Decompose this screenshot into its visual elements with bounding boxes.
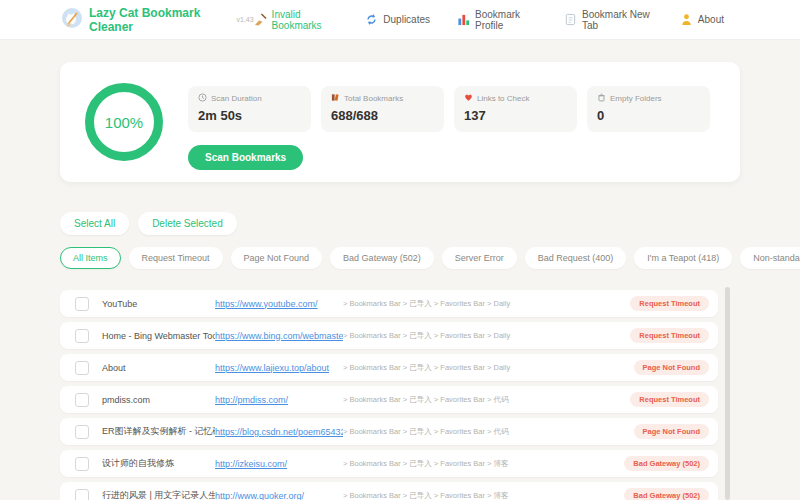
nav-duplicates[interactable]: Duplicates xyxy=(365,13,430,26)
stat-label: Empty Folders xyxy=(610,94,662,103)
stat-value: 2m 50s xyxy=(198,108,301,123)
status-badge: Request Timeout xyxy=(630,392,709,407)
bookmark-url-link[interactable]: http://www.quoker.org/ xyxy=(215,491,343,500)
nav-bookmark-new-tab[interactable]: Bookmark New Tab xyxy=(564,9,653,31)
stat-label: Total Bookmarks xyxy=(344,94,403,103)
row-checkbox[interactable] xyxy=(75,489,89,500)
filter-page-not-found[interactable]: Page Not Found xyxy=(231,247,323,269)
bookmark-path: > Bookmarks Bar > 已导入 > Favorites Bar > … xyxy=(343,491,616,500)
new-tab-icon xyxy=(564,13,577,26)
bookmark-title: 设计师的自我修炼 xyxy=(102,457,215,470)
filter-chips: All Items Request Timeout Page Not Found… xyxy=(60,247,800,269)
status-badge: Page Not Found xyxy=(634,360,710,375)
bookmark-url-link[interactable]: http://izkeisu.com/ xyxy=(215,459,343,469)
status-badge: Bad Gateway (502) xyxy=(624,456,709,471)
bookmark-title: Home - Bing Webmaster Tools xyxy=(102,331,215,341)
bookmark-url-link[interactable]: https://blog.csdn.net/poem654321... xyxy=(215,427,343,437)
nav-label: Invalid Bookmarks xyxy=(272,9,339,31)
trash-icon xyxy=(597,93,606,104)
brand: Lazy Cat Bookmark Cleaner v1.43 xyxy=(62,6,254,34)
bookmark-row: YouTube https://www.youtube.com/ > Bookm… xyxy=(60,290,718,317)
nav-label: About xyxy=(698,14,724,25)
app-title: Lazy Cat Bookmark Cleaner xyxy=(89,6,229,34)
status-badge: Request Timeout xyxy=(630,296,709,311)
bookmark-path: > Bookmarks Bar > 已导入 > Favorites Bar > … xyxy=(343,427,626,437)
bookmark-title: About xyxy=(102,363,215,373)
row-checkbox[interactable] xyxy=(75,361,89,375)
bookmark-title: pmdiss.com xyxy=(102,395,215,405)
bookmark-url-link[interactable]: https://www.lajiexu.top/about xyxy=(215,363,343,373)
bookmark-url-link[interactable]: https://www.bing.com/webmaster... xyxy=(215,331,343,341)
scan-bookmarks-button[interactable]: Scan Bookmarks xyxy=(188,145,303,170)
nav-label: Duplicates xyxy=(383,14,430,25)
row-checkbox[interactable] xyxy=(75,425,89,439)
app-header: Lazy Cat Bookmark Cleaner v1.43 Invalid … xyxy=(0,0,800,40)
stat-scan-duration: Scan Duration 2m 50s xyxy=(188,86,311,132)
bookmark-path: > Bookmarks Bar > 已导入 > Favorites Bar > … xyxy=(343,363,626,373)
row-checkbox[interactable] xyxy=(75,329,89,343)
nav-bookmark-profile[interactable]: Bookmark Profile xyxy=(457,9,537,31)
progress-ring: 100% xyxy=(85,83,163,161)
filter-non-standard-error[interactable]: Non-standard Error (468) xyxy=(740,247,800,269)
bookmark-list: YouTube https://www.youtube.com/ > Bookm… xyxy=(60,290,718,500)
stat-value: 0 xyxy=(597,108,700,123)
app-logo-icon xyxy=(62,8,82,32)
nav-label: Bookmark Profile xyxy=(475,9,537,31)
bookmark-url-link[interactable]: http://pmdiss.com/ xyxy=(215,395,343,405)
bookmark-path: > Bookmarks Bar > 已导入 > Favorites Bar > … xyxy=(343,459,616,469)
bookmark-url-link[interactable]: https://www.youtube.com/ xyxy=(215,299,343,309)
stat-value: 137 xyxy=(464,108,567,123)
stat-total-bookmarks: Total Bookmarks 688/688 xyxy=(321,86,444,132)
filter-teapot[interactable]: I'm a Teapot (418) xyxy=(634,247,732,269)
bookmark-title: 行进的风景 | 用文字记录人生的风景 xyxy=(102,489,215,500)
broom-icon xyxy=(254,13,267,26)
bookmark-path: > Bookmarks Bar > 已导入 > Favorites Bar > … xyxy=(343,395,622,405)
stat-label: Links to Check xyxy=(477,94,529,103)
bookmark-title: YouTube xyxy=(102,299,215,309)
bar-chart-icon xyxy=(457,13,470,26)
stat-links-to-check: Links to Check 137 xyxy=(454,86,577,132)
bookmark-title: ER图详解及实例解析 - 记忆碎片的... xyxy=(102,425,215,438)
top-nav: Invalid Bookmarks Duplicates xyxy=(254,9,724,31)
status-badge: Bad Gateway (502) xyxy=(624,488,709,500)
nav-label: Bookmark New Tab xyxy=(582,9,653,31)
row-checkbox[interactable] xyxy=(75,393,89,407)
scan-summary-card: 100% Scan Duration 2m 50s xyxy=(60,62,740,182)
filter-request-timeout[interactable]: Request Timeout xyxy=(129,247,223,269)
bookmark-row: About https://www.lajiexu.top/about > Bo… xyxy=(60,354,718,381)
filter-bad-request[interactable]: Bad Request (400) xyxy=(525,247,627,269)
row-checkbox[interactable] xyxy=(75,457,89,471)
nav-invalid-bookmarks[interactable]: Invalid Bookmarks xyxy=(254,9,339,31)
bookmark-row: Home - Bing Webmaster Tools https://www.… xyxy=(60,322,718,349)
status-badge: Page Not Found xyxy=(634,424,710,439)
nav-about[interactable]: About xyxy=(680,13,724,26)
person-icon xyxy=(680,13,693,26)
status-badge: Request Timeout xyxy=(630,328,709,343)
bookmark-path: > Bookmarks Bar > 已导入 > Favorites Bar > … xyxy=(343,299,622,309)
duplicates-icon xyxy=(365,13,378,26)
bookmark-row: pmdiss.com http://pmdiss.com/ > Bookmark… xyxy=(60,386,718,413)
clock-icon xyxy=(198,93,207,104)
bulk-actions: Select All Delete Selected xyxy=(60,212,800,235)
row-checkbox[interactable] xyxy=(75,297,89,311)
bookmark-path: > Bookmarks Bar > 已导入 > Favorites Bar > … xyxy=(343,331,622,341)
app-version: v1.43 xyxy=(236,16,253,23)
bookmark-row: 行进的风景 | 用文字记录人生的风景 http://www.quoker.org… xyxy=(60,482,718,500)
filter-server-error[interactable]: Server Error xyxy=(442,247,517,269)
stat-value: 688/688 xyxy=(331,108,434,123)
filter-all-items[interactable]: All Items xyxy=(60,247,121,269)
bookmark-row: 设计师的自我修炼 http://izkeisu.com/ > Bookmarks… xyxy=(60,450,718,477)
bookmark-row: ER图详解及实例解析 - 记忆碎片的... https://blog.csdn.… xyxy=(60,418,718,445)
select-all-button[interactable]: Select All xyxy=(60,212,129,235)
delete-selected-button[interactable]: Delete Selected xyxy=(138,212,237,235)
stats-row: Scan Duration 2m 50s Total Bookmarks 688… xyxy=(188,86,710,132)
books-icon xyxy=(331,93,340,104)
stat-empty-folders: Empty Folders 0 xyxy=(587,86,710,132)
filter-bad-gateway[interactable]: Bad Gateway (502) xyxy=(330,247,434,269)
progress-value: 100% xyxy=(105,114,143,131)
list-scrollbar[interactable] xyxy=(725,287,730,500)
heart-icon xyxy=(464,93,473,104)
stat-label: Scan Duration xyxy=(211,94,262,103)
